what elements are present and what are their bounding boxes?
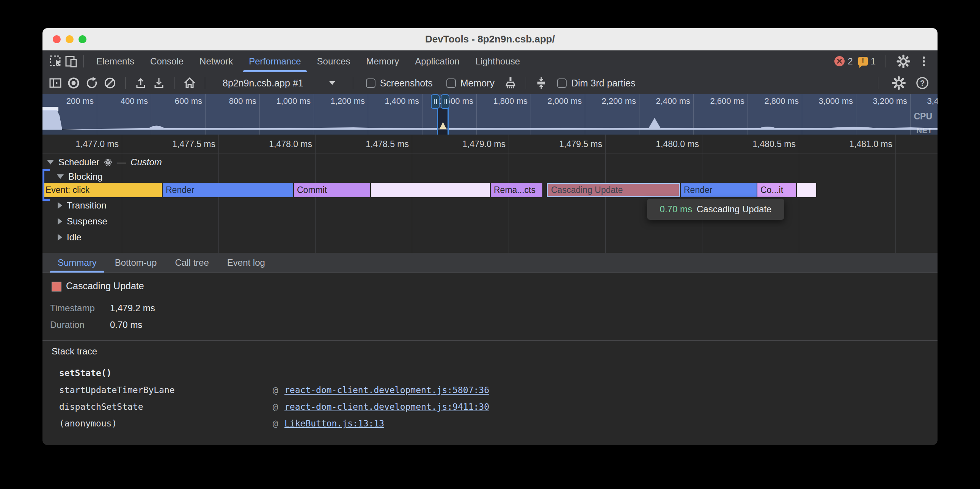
help-icon[interactable]: ? (915, 75, 930, 90)
ruler-tick-label: 1,479.5 ms (559, 135, 602, 154)
warning-badge[interactable]: ! 1 (858, 56, 876, 67)
overview-tick-label: 3,200 ms (873, 96, 908, 106)
inspect-element-icon[interactable] (49, 54, 64, 69)
tab-application[interactable]: Application (407, 51, 467, 72)
flame-bar-commit[interactable]: Commit (294, 183, 370, 197)
screenshots-checkbox-group[interactable]: Screenshots (366, 78, 433, 89)
dim-3rd-parties-checkbox-group[interactable]: Dim 3rd parties (557, 78, 636, 89)
stack-frame-source-link[interactable]: react-dom-client.development.js:5807:36 (285, 385, 489, 395)
capture-settings-gear-icon[interactable] (891, 75, 907, 90)
track-transition[interactable]: Transition (58, 200, 106, 211)
tab-performance[interactable]: Performance (241, 51, 309, 72)
collapse-vertical-icon[interactable] (534, 75, 549, 90)
tab-sources[interactable]: Sources (309, 51, 358, 72)
flame-bar-cascading-update[interactable]: Cascading Update (547, 183, 680, 197)
screen: { "window": { "title": "DevTools - 8p2n9… (0, 0, 980, 489)
flame-bar-render[interactable]: Render (681, 183, 757, 197)
tab-memory[interactable]: Memory (358, 51, 407, 72)
overview-tick-label: 200 ms (66, 96, 94, 106)
expand-triangle-icon[interactable] (58, 202, 62, 209)
ruler-tick-label: 1,480.0 ms (656, 135, 699, 154)
track-idle[interactable]: Idle (58, 232, 81, 243)
overview-tick-label: 1,800 ms (493, 96, 528, 106)
stack-frame-at: @ (273, 385, 278, 395)
stack-frame-at: @ (273, 419, 278, 428)
ruler-gridline (702, 135, 702, 154)
overview-tick-label: 2,000 ms (548, 96, 582, 106)
tab-console[interactable]: Console (142, 51, 191, 72)
flame-bar-event-click[interactable]: Event: click (43, 183, 162, 197)
summary-panel: Cascading Update Timestamp1,479.2 msDura… (43, 273, 937, 340)
tooltip-duration: 0.70 ms (660, 204, 692, 214)
selected-track-bracket (43, 169, 51, 201)
expand-triangle-icon[interactable] (58, 234, 62, 241)
track-scheduler[interactable]: Scheduler — Custom (47, 157, 162, 168)
separator (205, 77, 205, 89)
ruler-tick-label: 1,477.5 ms (172, 135, 215, 154)
selection-range[interactable] (438, 108, 449, 135)
suspense-label: Suspense (67, 216, 107, 227)
details-tab-call-tree[interactable]: Call tree (166, 253, 218, 273)
garbage-collect-broom-icon[interactable] (503, 75, 518, 90)
overview-tick-label: 400 ms (121, 96, 148, 106)
detail-time-ruler: 1,477.0 ms1,477.5 ms1,478.0 ms1,478.5 ms… (43, 135, 937, 154)
upload-profile-icon[interactable] (133, 75, 148, 90)
separator (886, 56, 886, 67)
stack-frame-source-link[interactable]: LikeButton.js:13:13 (285, 419, 384, 428)
settings-gear-icon[interactable] (896, 54, 911, 69)
tab-network[interactable]: Network (191, 51, 241, 72)
flame-bar[interactable] (371, 183, 490, 197)
track-suspense[interactable]: Suspense (58, 216, 107, 227)
memory-checkbox-group[interactable]: Memory (446, 78, 495, 89)
tab-elements[interactable]: Elements (88, 51, 142, 72)
selection-right-edge[interactable] (447, 106, 449, 135)
collapse-triangle-icon[interactable] (47, 160, 54, 165)
expand-triangle-icon[interactable] (58, 218, 62, 225)
screenshots-checkbox[interactable] (366, 78, 375, 88)
window-title: DevTools - 8p2n9n.csb.app/ (43, 28, 937, 50)
event-tooltip: 0.70 ms Cascading Update (647, 198, 784, 220)
details-tab-bottom-up[interactable]: Bottom-up (106, 253, 166, 273)
stack-frame-source-link[interactable]: react-dom-client.development.js:9411:30 (285, 402, 489, 412)
flame-bar-co-it[interactable]: Co...it (757, 183, 796, 197)
ruler-gridline (896, 135, 896, 154)
details-tab-summary[interactable]: Summary (49, 253, 106, 273)
dim-3rd-parties-label: Dim 3rd parties (571, 78, 636, 89)
ruler-tick-label: 1,479.0 ms (462, 135, 506, 154)
summary-row-label: Timestamp (50, 303, 110, 313)
overview-tick-label: 1,400 ms (385, 96, 420, 106)
track-blocking[interactable]: Blocking (57, 171, 103, 182)
selection-left-edge[interactable] (437, 106, 438, 135)
flame-bar-rema-cts[interactable]: Rema...cts (491, 183, 542, 197)
flame-bar-render[interactable]: Render (163, 183, 293, 197)
panel-tabs: ElementsConsoleNetworkPerformanceSources… (88, 51, 528, 72)
active-tab-underline (50, 271, 104, 273)
dim-3rd-parties-checkbox[interactable] (557, 78, 566, 88)
record-and-reload-icon[interactable] (84, 75, 99, 90)
toggle-sidebar-icon[interactable] (48, 75, 63, 90)
summary-row-value: 1,479.2 ms (110, 303, 155, 313)
chevron-down-icon[interactable] (329, 81, 335, 85)
stack-frame: dispatchSetState@react-dom-client.develo… (43, 402, 937, 413)
home-icon[interactable] (182, 75, 197, 90)
details-tab-event-log[interactable]: Event log (218, 253, 274, 273)
blocking-label: Blocking (68, 171, 103, 182)
history-dropdown[interactable]: 8p2n9n.csb.app #1 (223, 78, 304, 89)
memory-checkbox[interactable] (446, 78, 456, 88)
selection-left-handle[interactable] (431, 94, 439, 109)
error-badge[interactable]: 2 (834, 56, 853, 67)
tab-lighthouse[interactable]: Lighthouse (468, 51, 528, 72)
more-options-kebab-icon[interactable] (916, 54, 931, 69)
flame-bar[interactable] (797, 183, 816, 197)
collapse-triangle-icon[interactable] (57, 175, 64, 179)
track-gridline (218, 154, 219, 253)
selection-right-handle[interactable] (441, 94, 449, 109)
device-toolbar-icon[interactable] (64, 54, 79, 69)
ruler-tick-label: 1,480.5 ms (752, 135, 796, 154)
overview-tick-label: 2,600 ms (710, 96, 745, 106)
download-profile-icon[interactable] (151, 75, 167, 90)
timeline-overview[interactable]: CPU NET 200 ms400 ms600 ms800 ms1,000 ms… (43, 94, 937, 135)
record-icon[interactable] (66, 75, 81, 90)
clear-icon[interactable] (102, 75, 118, 90)
track-gridline (509, 154, 509, 253)
